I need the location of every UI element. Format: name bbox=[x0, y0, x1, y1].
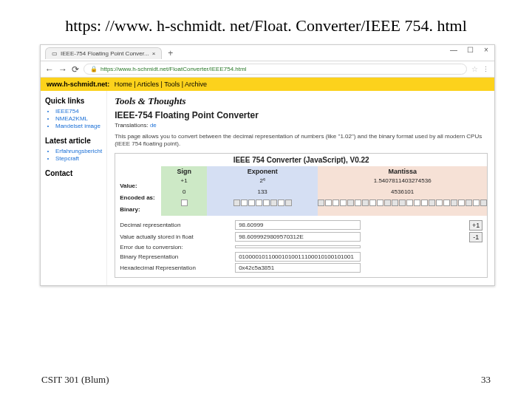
mantissa-header: Mantissa bbox=[318, 166, 487, 177]
slide-number: 33 bbox=[481, 374, 491, 386]
converter-lower: Decimal representation98.60999+1 Value a… bbox=[115, 216, 487, 277]
reload-button[interactable]: ⟳ bbox=[72, 64, 79, 75]
row-label-binary: Binary: bbox=[120, 204, 158, 216]
bit-checkbox[interactable] bbox=[377, 200, 383, 206]
bookmark-icon[interactable]: ☆ bbox=[471, 65, 478, 73]
sign-value: +1 bbox=[161, 177, 207, 188]
row-label-encoded: Encoded as: bbox=[120, 192, 158, 204]
back-button[interactable]: ← bbox=[45, 64, 54, 75]
bit-checkbox[interactable] bbox=[263, 200, 270, 206]
bit-checkbox[interactable] bbox=[285, 200, 292, 206]
binary-value[interactable]: 01000010110001010011100010100101001 bbox=[235, 252, 361, 262]
bit-checkbox[interactable] bbox=[466, 200, 472, 206]
address-bar: ← → ⟳ 🔒 https://www.h-schmidt.net/FloatC… bbox=[41, 61, 494, 78]
bit-checkbox[interactable] bbox=[332, 200, 339, 206]
bit-checkbox[interactable] bbox=[340, 200, 347, 206]
sidebar-link[interactable]: IEEE754 bbox=[55, 108, 102, 115]
stored-value[interactable]: 98.6099929809570312E bbox=[235, 232, 361, 242]
bit-checkbox[interactable] bbox=[451, 200, 457, 206]
bit-checkbox[interactable] bbox=[233, 200, 240, 206]
bit-checkbox[interactable] bbox=[384, 200, 391, 206]
bit-checkbox[interactable] bbox=[429, 200, 435, 206]
converter-title: IEEE 754 Converter (JavaScript), V0.22 bbox=[115, 154, 487, 166]
row-label-value: Value: bbox=[120, 180, 158, 192]
page-title: IEEE-754 Floating Point Converter bbox=[115, 110, 488, 120]
maximize-icon[interactable]: ☐ bbox=[465, 46, 475, 54]
quick-links-title: Quick links bbox=[45, 97, 102, 105]
plus-button[interactable]: +1 bbox=[469, 220, 482, 231]
bit-checkbox[interactable] bbox=[181, 200, 188, 206]
bit-checkbox[interactable] bbox=[399, 200, 406, 206]
bit-checkbox[interactable] bbox=[325, 200, 332, 206]
bit-checkbox[interactable] bbox=[369, 200, 376, 206]
sign-bits[interactable] bbox=[161, 199, 207, 207]
close-icon[interactable]: × bbox=[481, 46, 491, 54]
hex-value[interactable]: 0x42c5a3851 bbox=[235, 263, 361, 273]
translations: Translations: de bbox=[115, 122, 488, 129]
url-input[interactable]: 🔒 https://www.h-schmidt.net/FloatConvert… bbox=[83, 64, 467, 75]
stored-label: Value actually stored in float bbox=[120, 233, 231, 240]
bit-checkbox[interactable] bbox=[347, 200, 354, 206]
sidebar-link[interactable]: Mandelset image bbox=[55, 123, 102, 129]
browser-window: ▭ IEEE-754 Floating Point Conver... × + … bbox=[40, 44, 495, 286]
lock-icon: 🔒 bbox=[90, 66, 98, 72]
hex-label: Hexadecimal Representation bbox=[120, 265, 231, 271]
bit-checkbox[interactable] bbox=[248, 200, 255, 206]
section-title: Tools & Thoughts bbox=[115, 95, 488, 107]
bit-checkbox[interactable] bbox=[318, 200, 324, 206]
intro-text: This page allows you to convert between … bbox=[115, 133, 488, 149]
bit-checkbox[interactable] bbox=[241, 200, 248, 206]
bit-checkbox[interactable] bbox=[480, 200, 487, 206]
translation-link[interactable]: de bbox=[150, 122, 157, 129]
sidebar-link[interactable]: Stepcraft bbox=[55, 155, 102, 162]
bit-checkbox[interactable] bbox=[421, 200, 428, 206]
new-tab-button[interactable]: + bbox=[168, 48, 173, 58]
exponent-value: 2⁶ bbox=[207, 177, 318, 188]
sidebar-link[interactable]: NMEA2KML bbox=[55, 115, 102, 122]
bit-checkbox[interactable] bbox=[458, 200, 465, 206]
site-brand: www.h-schmidt.net: bbox=[47, 81, 109, 88]
mantissa-value: 1.5407811403274536 bbox=[318, 177, 487, 188]
page-url-heading: https: //www. h-schmidt. net/Float. Conv… bbox=[0, 0, 532, 44]
url-text: https://www.h-schmidt.net/FloatConverter… bbox=[100, 66, 246, 72]
bit-checkbox[interactable] bbox=[406, 200, 413, 206]
bit-checkbox[interactable] bbox=[414, 200, 420, 206]
bit-checkbox[interactable] bbox=[355, 200, 361, 206]
nav-tools[interactable]: Tools bbox=[164, 81, 180, 88]
close-tab-icon[interactable]: × bbox=[152, 50, 156, 57]
browser-tab[interactable]: ▭ IEEE-754 Floating Point Conver... × bbox=[45, 47, 162, 59]
sidebar-link[interactable]: Erfahrungsbericht bbox=[55, 148, 102, 154]
latest-article-title: Latest article bbox=[45, 137, 102, 145]
mantissa-bits[interactable] bbox=[318, 199, 487, 207]
tab-title: IEEE-754 Floating Point Conver... bbox=[61, 50, 149, 57]
bit-checkbox[interactable] bbox=[270, 200, 277, 206]
bit-checkbox[interactable] bbox=[473, 200, 480, 206]
minimize-icon[interactable]: — bbox=[449, 46, 459, 54]
bit-checkbox[interactable] bbox=[278, 200, 284, 206]
menu-icon[interactable]: ⋮ bbox=[482, 66, 490, 73]
bit-checkbox[interactable] bbox=[436, 200, 443, 206]
binary-label: Binary Representation bbox=[120, 253, 231, 260]
mantissa-encoded: 4536101 bbox=[318, 188, 487, 199]
bit-checkbox[interactable] bbox=[443, 200, 450, 206]
decimal-label: Decimal representation bbox=[120, 222, 231, 228]
contact-title[interactable]: Contact bbox=[45, 169, 102, 177]
decimal-value[interactable]: 98.60999 bbox=[235, 220, 361, 230]
nav-archive[interactable]: Archive bbox=[185, 81, 207, 88]
bit-checkbox[interactable] bbox=[256, 200, 262, 206]
page-icon: ▭ bbox=[52, 50, 58, 57]
page-content: Quick links IEEE754 NMEA2KML Mandelset i… bbox=[41, 91, 494, 285]
bit-checkbox[interactable] bbox=[392, 200, 398, 206]
nav-articles[interactable]: Articles bbox=[137, 81, 160, 88]
slide-footer-left: CSIT 301 (Blum) bbox=[41, 374, 109, 386]
exponent-bits[interactable] bbox=[207, 199, 318, 207]
exponent-encoded: 133 bbox=[207, 188, 318, 199]
minus-button[interactable]: -1 bbox=[469, 232, 482, 242]
forward-button[interactable]: → bbox=[58, 64, 67, 75]
sign-header: Sign bbox=[161, 166, 207, 177]
main-panel: Tools & Thoughts IEEE-754 Floating Point… bbox=[107, 91, 495, 285]
error-label: Error due to conversion: bbox=[120, 244, 231, 250]
nav-home[interactable]: Home bbox=[115, 81, 132, 88]
bit-checkbox[interactable] bbox=[362, 200, 369, 206]
site-nav: www.h-schmidt.net: Home | Articles | Too… bbox=[41, 78, 494, 91]
